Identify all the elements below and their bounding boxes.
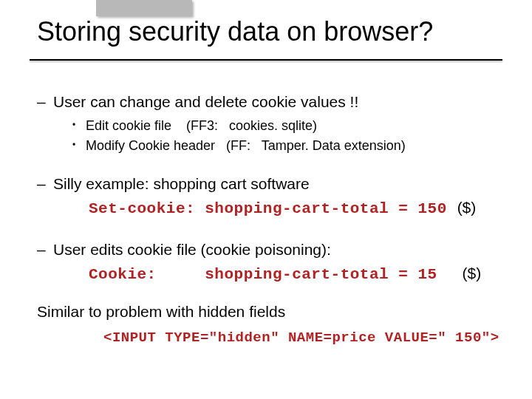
paren-text: ($)	[463, 265, 482, 282]
slide: Storing security data on browser? – User…	[0, 0, 532, 399]
bullet-text: User can change and delete cookie values…	[53, 92, 510, 112]
paren-text: ($)	[457, 199, 477, 216]
sub-bullet-modify-header: • Modify Cookie header (FF: Tamper. Data…	[72, 137, 510, 154]
sub-bullet-text: Modify Cookie header (FF: Tamper. Data e…	[86, 137, 406, 154]
dash-marker: –	[37, 174, 53, 194]
dash-marker: –	[37, 92, 53, 112]
code-input-hidden: <INPUT TYPE="hidden" NAME=price VALUE=" …	[103, 327, 510, 348]
bullet-marker: •	[72, 117, 86, 133]
sub-bullet-edit-file: • Edit cookie file (FF3: cookies. sqlite…	[72, 117, 510, 134]
bullet-text: Silly example: shopping cart software	[53, 174, 510, 194]
code-cookie: Cookie: shopping-cart-total = 15 ($)	[89, 263, 510, 285]
title-divider	[30, 59, 502, 61]
bullet-marker: •	[72, 137, 86, 153]
code-text: <INPUT TYPE="hidden" NAME=price VALUE=" …	[103, 330, 499, 346]
code-set-cookie: Set-cookie: shopping-cart-total = 150 ($…	[89, 197, 510, 219]
slide-body: – User can change and delete cookie valu…	[37, 81, 510, 347]
decorative-bar	[96, 0, 192, 16]
slide-title: Storing security data on browser?	[37, 16, 433, 47]
bullet-user-change: – User can change and delete cookie valu…	[37, 92, 510, 112]
sub-list: • Edit cookie file (FF3: cookies. sqlite…	[72, 117, 510, 154]
code-text: Cookie: shopping-cart-total = 15	[89, 266, 437, 283]
bullet-user-edits: – User edits cookie file (cookie poisoni…	[37, 239, 510, 260]
bullet-silly-example: – Silly example: shopping cart software	[37, 174, 510, 194]
dash-marker: –	[37, 239, 53, 260]
bullet-text: User edits cookie file (cookie poisoning…	[53, 239, 510, 260]
code-text: Set-cookie: shopping-cart-total = 150	[89, 200, 447, 217]
text-similar: Similar to problem with hidden fields	[37, 301, 510, 322]
sub-bullet-text: Edit cookie file (FF3: cookies. sqlite)	[86, 117, 317, 134]
